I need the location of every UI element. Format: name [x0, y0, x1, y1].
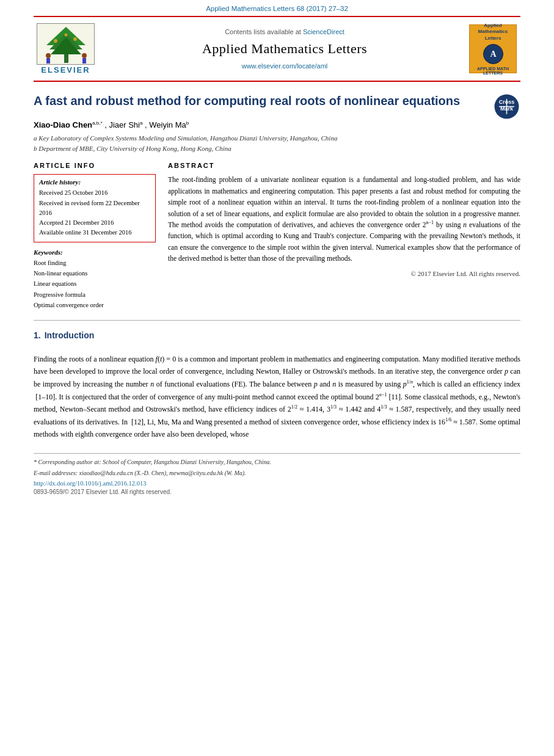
- accepted-date: Accepted 21 December 2016: [39, 218, 150, 228]
- keywords-section: Keywords: Root finding Non-linear equati…: [34, 249, 156, 311]
- keywords-title: Keywords:: [34, 249, 156, 256]
- journal-logo-box: Applied Mathematics Letters A APPLIED MA…: [469, 24, 517, 73]
- keyword-2: Non-linear equations: [34, 268, 156, 278]
- main-content: Cross Mark A fast and robust method for …: [34, 82, 520, 310]
- svg-point-10: [82, 53, 87, 58]
- author2-sup: a: [140, 120, 142, 126]
- author1-name: Xiao-Diao Chen: [34, 120, 92, 129]
- issn-line: 0893-9659/© 2017 Elsevier Ltd. All right…: [34, 489, 520, 495]
- section-title: Introduction: [45, 330, 95, 340]
- abstract-text: The root-finding problem of a univariate…: [168, 174, 520, 264]
- svg-text:A: A: [490, 49, 497, 59]
- article-body-two-col: ARTICLE INFO Article history: Received 2…: [34, 162, 520, 310]
- author2-name: , Jiaer Shi: [104, 120, 140, 129]
- keyword-4: Progressive formula: [34, 289, 156, 300]
- section-divider: [34, 320, 520, 321]
- affiliation-a: a Key Laboratory of Complex Systems Mode…: [34, 133, 520, 144]
- svg-point-6: [73, 37, 77, 41]
- journal-logo-icon: A: [483, 43, 504, 65]
- history-title: Article history:: [39, 178, 150, 186]
- article-info-header: ARTICLE INFO: [34, 162, 156, 169]
- contents-available-text: Contents lists available at ScienceDirec…: [110, 28, 459, 35]
- logo-placeholder: [37, 23, 95, 63]
- svg-point-7: [65, 34, 68, 37]
- journal-header-center: Contents lists available at ScienceDirec…: [104, 23, 465, 75]
- article-history-box: Article history: Received 25 October 201…: [34, 174, 156, 242]
- footnote-email: E-mail addresses: xiaodiao@hdu.edu.cn (X…: [34, 468, 520, 478]
- keyword-3: Linear equations: [34, 278, 156, 289]
- author3-name: , Weiyin Ma: [145, 120, 186, 129]
- journal-url[interactable]: www.elsevier.com/locate/aml: [110, 62, 459, 70]
- journal-logo-title: Applied Mathematics Letters: [478, 23, 508, 42]
- abstract-header: ABSTRACT: [168, 162, 520, 169]
- svg-rect-9: [46, 58, 50, 64]
- section-number: 1.: [34, 330, 41, 340]
- doi-link[interactable]: http://dx.doi.org/10.1016/j.aml.2016.12.…: [34, 480, 520, 487]
- introduction-section: 1. Introduction Finding the roots of a n…: [34, 330, 520, 441]
- copyright-text: © 2017 Elsevier Ltd. All rights reserved…: [168, 270, 520, 277]
- abstract-col: ABSTRACT The root-finding problem of a u…: [168, 162, 520, 310]
- journal-logo-right: Applied Mathematics Letters A APPLIED MA…: [465, 23, 520, 75]
- journal-reference: Applied Mathematics Letters 68 (2017) 27…: [0, 0, 554, 16]
- footer-area: * Corresponding author at: School of Com…: [34, 453, 520, 495]
- received-revised-date: Received in revised form 22 December 201…: [39, 198, 150, 219]
- article-info-col: ARTICLE INFO Article history: Received 2…: [34, 162, 156, 310]
- section-title-row: 1. Introduction: [34, 330, 520, 347]
- article-title: A fast and robust method for computing r…: [34, 93, 520, 109]
- sciencedirect-link[interactable]: ScienceDirect: [303, 28, 344, 35]
- journal-ref-text: Applied Mathematics Letters 68 (2017) 27…: [206, 5, 348, 12]
- crossmark-badge: Cross Mark: [493, 93, 520, 120]
- received-date: Received 25 October 2016: [39, 188, 150, 198]
- crossmark-area: Cross Mark: [493, 93, 520, 120]
- svg-point-8: [46, 53, 51, 58]
- svg-rect-1: [64, 54, 68, 63]
- author3-sup: b: [186, 120, 189, 126]
- available-date: Available online 31 December 2016: [39, 228, 150, 238]
- header-area: ELSEVIER Contents lists available at Sci…: [34, 17, 520, 82]
- keyword-1: Root finding: [34, 258, 156, 268]
- affiliation-b: b Department of MBE, City University of …: [34, 144, 520, 154]
- authors-line: Xiao-Diao Chena,b,* , Jiaer Shia , Weiyi…: [34, 120, 520, 129]
- footnote-star: * Corresponding author at: School of Com…: [34, 457, 520, 467]
- keyword-5: Optimal convergence order: [34, 300, 156, 310]
- elsevier-tree-svg: [37, 24, 95, 65]
- journal-logo-bottom: APPLIED MATHLETTERS: [477, 67, 509, 75]
- title-area: Cross Mark A fast and robust method for …: [34, 93, 520, 120]
- elsevier-logo: ELSEVIER: [34, 23, 104, 75]
- svg-point-5: [54, 39, 57, 43]
- affiliations: a Key Laboratory of Complex Systems Mode…: [34, 133, 520, 153]
- author1-sup: a,b,*: [92, 120, 102, 126]
- elsevier-wordmark: ELSEVIER: [41, 65, 90, 75]
- svg-rect-11: [82, 58, 86, 64]
- journal-title: Applied Mathematics Letters: [110, 41, 459, 57]
- intro-paragraph: Finding the roots of a nonlinear equatio…: [34, 354, 520, 441]
